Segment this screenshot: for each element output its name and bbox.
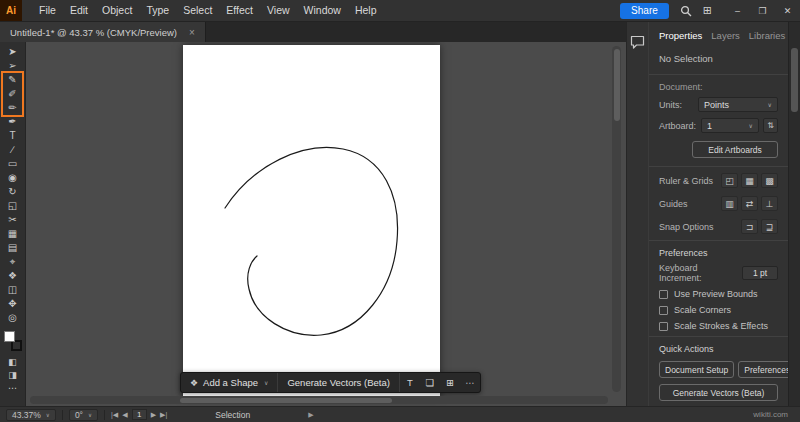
canvas-quick-toolbar: ❖ Add a Shape ∨ Generate Vectors (Beta) …	[180, 372, 481, 393]
divider	[649, 74, 788, 75]
artboard-dropdown[interactable]: 1 ∨	[701, 118, 759, 133]
artboard[interactable]	[183, 45, 440, 398]
quick-action-button[interactable]: Document Setup	[659, 361, 734, 378]
draw-normal-mode-icon[interactable]: ◧	[1, 356, 25, 369]
smart-guides-icon[interactable]: ⊥	[761, 196, 778, 211]
add-a-shape-label: Add a Shape	[203, 377, 258, 388]
transparency-grid-icon[interactable]: ▩	[761, 173, 778, 188]
quick-action-button[interactable]: Preferences	[738, 361, 788, 378]
scale-tool[interactable]: ◱	[1, 199, 25, 213]
vertical-scrollbar-thumb[interactable]	[614, 49, 620, 121]
edit-artboards-button[interactable]: Edit Artboards	[692, 141, 778, 158]
line-segment-tool[interactable]: ∕	[1, 143, 25, 157]
tab-close-icon[interactable]: ×	[189, 27, 195, 38]
scissors-tool[interactable]: ✂	[1, 213, 25, 227]
checkbox-row: Scale Corners	[649, 302, 788, 318]
blend-tool[interactable]: ❖	[1, 269, 25, 283]
maximize-button[interactable]: ❐	[750, 0, 775, 22]
draw-behind-mode-icon[interactable]: ◨	[1, 369, 25, 382]
next-artboard-icon[interactable]: ▶	[151, 411, 156, 419]
search-icon[interactable]	[680, 5, 692, 17]
lock-guides-icon[interactable]: ⇄	[741, 196, 758, 211]
zoom-dropdown[interactable]: 43.37% ∨	[6, 409, 56, 421]
snap-to-pixel-icon[interactable]: ⊒	[761, 219, 778, 234]
first-artboard-icon[interactable]: |◀	[111, 411, 118, 419]
more-tools-icon[interactable]: ⋯	[1, 382, 25, 395]
menu-item[interactable]: Window	[297, 0, 348, 21]
menu-item[interactable]: View	[260, 0, 297, 21]
illustrator-logo[interactable]: Ai	[0, 0, 22, 21]
ruler-icon[interactable]: ◰	[721, 173, 738, 188]
menu-item[interactable]: Object	[95, 0, 139, 21]
share-button[interactable]: Share	[620, 3, 669, 19]
keyboard-increment-input[interactable]: 1 pt	[742, 266, 778, 280]
type-tool[interactable]: T	[1, 129, 25, 143]
tab-properties[interactable]: Properties	[659, 30, 702, 41]
comment-icon[interactable]	[630, 35, 646, 49]
watermark: wikiti.com	[753, 410, 794, 419]
gradient-tool[interactable]: ▤	[1, 241, 25, 255]
rotation-dropdown[interactable]: 0° ∨	[69, 409, 98, 421]
horizontal-scrollbar-thumb[interactable]	[180, 398, 392, 403]
hand-tool[interactable]: ✥	[1, 297, 25, 311]
minimize-button[interactable]: –	[725, 0, 750, 22]
menu-item[interactable]: Help	[348, 0, 384, 21]
generate-vectors-button[interactable]: Generate Vectors (Beta)	[278, 373, 399, 392]
canvas-area[interactable]: ❖ Add a Shape ∨ Generate Vectors (Beta) …	[26, 42, 626, 406]
artboard-tool[interactable]: ◫	[1, 283, 25, 297]
type-button[interactable]: T	[400, 373, 420, 392]
menu-item[interactable]: File	[32, 0, 63, 21]
document-tab[interactable]: Untitled-1* @ 43.37 % (CMYK/Preview) ×	[0, 22, 206, 42]
menu-item[interactable]: Effect	[219, 0, 260, 21]
rectangle-tool[interactable]: ▭	[1, 157, 25, 171]
rotation-value: 0°	[75, 410, 83, 420]
fill-stroke-swatches[interactable]	[4, 331, 22, 351]
rotate-tool[interactable]: ↻	[1, 185, 25, 199]
chevron-down-icon[interactable]: ∨	[264, 379, 268, 386]
units-dropdown[interactable]: Points ∨	[698, 97, 778, 112]
panel-tabs: Properties Layers Libraries	[649, 22, 788, 48]
menu-item[interactable]: Select	[176, 0, 219, 21]
chevron-down-icon: ∨	[749, 122, 753, 129]
checkbox[interactable]	[659, 322, 668, 331]
document-icon[interactable]: ❏	[420, 373, 440, 392]
workspace-switcher-icon[interactable]: ⊞	[703, 5, 712, 16]
panel-scrollbar-thumb[interactable]	[791, 48, 798, 112]
divider	[649, 240, 788, 241]
tab-libraries[interactable]: Libraries	[749, 30, 785, 41]
status-expand-icon[interactable]: ▶	[308, 411, 313, 419]
checkbox-row: Use Preview Bounds	[649, 286, 788, 302]
close-button[interactable]: ✕	[775, 0, 800, 22]
last-artboard-icon[interactable]: ▶|	[160, 411, 167, 419]
checkbox[interactable]	[659, 290, 668, 299]
mesh-tool[interactable]: ▦	[1, 227, 25, 241]
eyedropper-tool[interactable]: ⌖	[1, 255, 25, 269]
snap-options-icons: ⊐⊒	[741, 219, 778, 234]
zoom-tool[interactable]: ◎	[1, 311, 25, 325]
artboard-number-input[interactable]: 1	[132, 409, 147, 420]
fill-swatch[interactable]	[4, 331, 15, 342]
canvas-horizontal-scrollbar[interactable]	[30, 396, 608, 404]
toolbar-bottom-icons: ◧◨⋯	[1, 356, 25, 395]
window-controls: – ❐ ✕	[725, 0, 800, 22]
grid-icon[interactable]: ▦	[741, 173, 758, 188]
chevron-down-icon: ∨	[46, 412, 50, 418]
shape-builder-tool[interactable]: ◉	[1, 171, 25, 185]
tab-layers[interactable]: Layers	[711, 30, 740, 41]
selection-tool[interactable]: ➤	[1, 45, 25, 59]
image-grid-icon[interactable]: ⊞	[440, 373, 460, 392]
menu-item[interactable]: Edit	[63, 0, 95, 21]
show-guides-icon[interactable]: ▥	[721, 196, 738, 211]
canvas-vertical-scrollbar[interactable]	[612, 46, 621, 392]
artboard-options-icon[interactable]: ⇅	[763, 118, 778, 133]
snap-to-grid-icon[interactable]: ⊐	[741, 219, 758, 234]
add-a-shape-button[interactable]: ❖ Add a Shape ∨	[181, 373, 278, 392]
previous-artboard-icon[interactable]: ◀	[122, 411, 127, 419]
pen-tool[interactable]: ✒	[1, 115, 25, 129]
more-options-icon[interactable]: ⋯	[460, 373, 480, 392]
document-section-header: Document:	[649, 77, 788, 94]
panel-scrollbar[interactable]	[788, 22, 800, 406]
checkbox[interactable]	[659, 306, 668, 315]
menu-item[interactable]: Type	[139, 0, 176, 21]
generate-vectors-beta-button[interactable]: Generate Vectors (Beta)	[659, 384, 778, 401]
